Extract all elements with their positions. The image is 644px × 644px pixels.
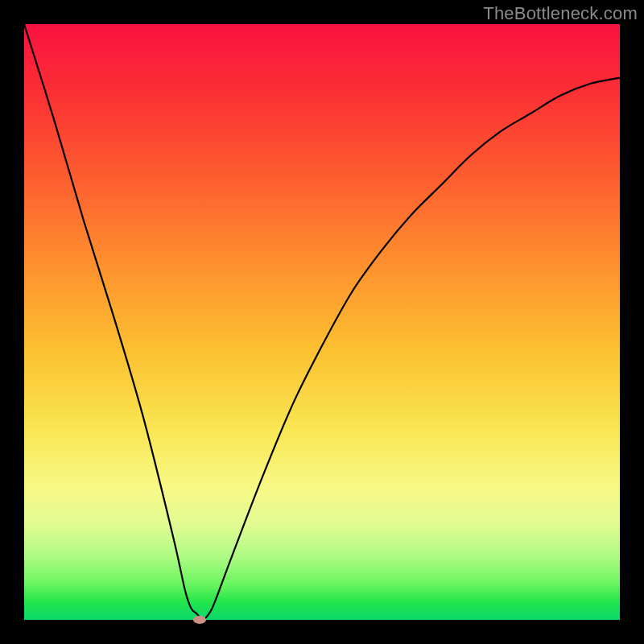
bottleneck-curve (24, 24, 620, 620)
chart-frame: TheBottleneck.com (0, 0, 644, 644)
optimum-marker (193, 616, 206, 624)
plot-area (24, 24, 620, 620)
watermark-text: TheBottleneck.com (483, 3, 638, 24)
